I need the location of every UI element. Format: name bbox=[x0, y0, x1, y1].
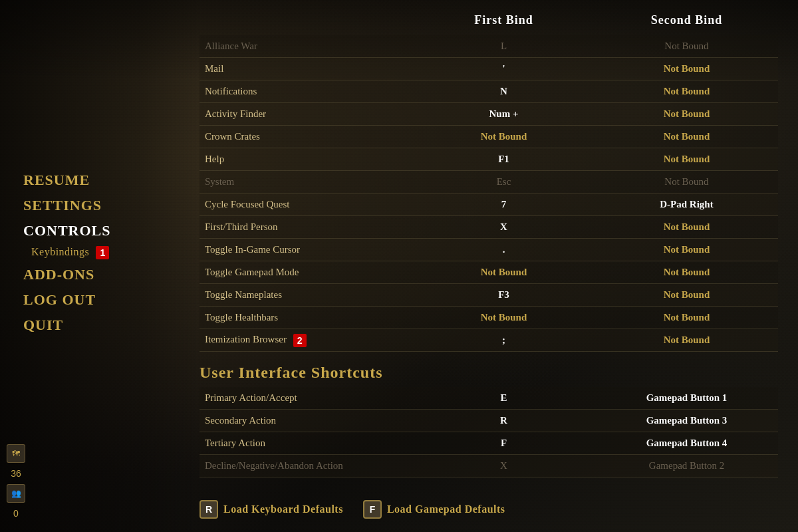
table-row[interactable]: Toggle Gamepad Mode Not Bound Not Bound bbox=[200, 261, 778, 284]
action-name: System bbox=[200, 172, 412, 192]
table-row[interactable]: Notifications N Not Bound bbox=[200, 80, 778, 103]
table-row[interactable]: Tertiary Action F Gamepad Button 4 bbox=[200, 432, 778, 455]
sidebar-item-settings[interactable]: SETTINGS bbox=[23, 197, 186, 214]
first-bind-value[interactable]: F1 bbox=[412, 150, 595, 169]
ui-shortcuts-table: Primary Action/Accept E Gamepad Button 1… bbox=[200, 387, 778, 477]
first-bind-value[interactable]: X bbox=[412, 456, 595, 475]
first-bind-value[interactable]: L bbox=[412, 37, 595, 56]
first-bind-value[interactable]: Not Bound bbox=[412, 308, 595, 327]
first-bind-value[interactable]: F bbox=[412, 434, 595, 453]
col-name-header bbox=[200, 13, 412, 27]
first-bind-value[interactable]: Num + bbox=[412, 104, 595, 124]
itemization-badge: 2 bbox=[293, 334, 307, 347]
table-row[interactable]: Decline/Negative/Abandon Action X Gamepa… bbox=[200, 455, 778, 477]
action-name: Tertiary Action bbox=[200, 434, 412, 453]
second-bind-value[interactable]: Not Bound bbox=[595, 217, 778, 237]
action-name: Alliance War bbox=[200, 37, 412, 56]
action-name: Itemization Browser 2 bbox=[200, 330, 412, 351]
table-row[interactable]: First/Third Person X Not Bound bbox=[200, 216, 778, 239]
sidebar: RESUME SETTINGS CONTROLS Keybindings 1 A… bbox=[0, 0, 186, 532]
load-gamepad-action[interactable]: F Load Gamepad Defaults bbox=[363, 500, 505, 519]
second-bind-value[interactable]: Not Bound bbox=[595, 331, 778, 350]
table-row[interactable]: Cycle Focused Quest 7 D-Pad Right bbox=[200, 194, 778, 216]
action-name: Toggle Healthbars bbox=[200, 308, 412, 327]
ui-shortcuts-header: User Interface Shortcuts bbox=[200, 364, 778, 382]
second-bind-value[interactable]: D-Pad Right bbox=[595, 195, 778, 214]
second-bind-value[interactable]: Not Bound bbox=[595, 59, 778, 78]
action-name: Crown Crates bbox=[200, 127, 412, 146]
load-gamepad-label: Load Gamepad Defaults bbox=[387, 503, 505, 515]
first-bind-value[interactable]: Not Bound bbox=[412, 127, 595, 146]
load-keyboard-label: Load Keyboard Defaults bbox=[223, 503, 343, 515]
table-row[interactable]: Activity Finder Num + Not Bound bbox=[200, 103, 778, 126]
sidebar-item-quit[interactable]: QUIT bbox=[23, 317, 186, 334]
second-bind-value[interactable]: Not Bound bbox=[595, 150, 778, 169]
action-name: First/Third Person bbox=[200, 217, 412, 237]
content-area: First Bind Second Bind Alliance War L No… bbox=[186, 0, 798, 532]
table-row[interactable]: Toggle In-Game Cursor . Not Bound bbox=[200, 239, 778, 261]
bottom-left-icons: 🗺 36 👥 0 bbox=[7, 444, 25, 519]
second-bind-value[interactable]: Not Bound bbox=[595, 127, 778, 146]
action-name: Secondary Action bbox=[200, 411, 412, 430]
first-bind-value[interactable]: F3 bbox=[412, 285, 595, 305]
first-bind-value[interactable]: 7 bbox=[412, 195, 595, 214]
action-name: Mail bbox=[200, 59, 412, 78]
table-row[interactable]: Toggle Healthbars Not Bound Not Bound bbox=[200, 307, 778, 329]
group-icon[interactable]: 👥 bbox=[7, 484, 25, 503]
table-header: First Bind Second Bind bbox=[200, 13, 778, 33]
second-bind-value[interactable]: Not Bound bbox=[595, 263, 778, 282]
second-bind-value[interactable]: Not Bound bbox=[595, 82, 778, 101]
action-name: Primary Action/Accept bbox=[200, 388, 412, 408]
sidebar-item-controls[interactable]: CONTROLS bbox=[23, 222, 186, 239]
sidebar-item-addons[interactable]: ADD-ONS bbox=[23, 266, 186, 283]
action-name: Activity Finder bbox=[200, 104, 412, 124]
sidebar-item-logout[interactable]: LOG OUT bbox=[23, 291, 186, 309]
second-bind-value[interactable]: Gamepad Button 4 bbox=[595, 434, 778, 453]
first-bind-value[interactable]: E bbox=[412, 388, 595, 408]
f-key-badge: F bbox=[363, 500, 382, 519]
action-name: Toggle In-Game Cursor bbox=[200, 240, 412, 259]
first-bind-value[interactable]: . bbox=[412, 240, 595, 259]
second-bind-value[interactable]: Gamepad Button 3 bbox=[595, 411, 778, 430]
bottom-bar: R Load Keyboard Defaults F Load Gamepad … bbox=[200, 492, 778, 519]
second-bind-value[interactable]: Not Bound bbox=[595, 172, 778, 192]
first-bind-value[interactable]: Not Bound bbox=[412, 263, 595, 282]
action-name: Decline/Negative/Abandon Action bbox=[200, 456, 412, 475]
sidebar-item-keybindings[interactable]: Keybindings 1 bbox=[31, 246, 186, 259]
map-icon[interactable]: 🗺 bbox=[7, 444, 25, 463]
first-bind-value[interactable]: ; bbox=[412, 331, 595, 350]
table-row[interactable]: Alliance War L Not Bound bbox=[200, 35, 778, 58]
action-name: Help bbox=[200, 150, 412, 169]
r-key-badge: R bbox=[200, 500, 218, 519]
first-bind-value[interactable]: N bbox=[412, 82, 595, 101]
second-bind-value[interactable]: Not Bound bbox=[595, 240, 778, 259]
keybinding-table: Alliance War L Not Bound Mail ' Not Boun… bbox=[200, 35, 778, 352]
second-bind-value[interactable]: Not Bound bbox=[595, 37, 778, 56]
first-bind-value[interactable]: ' bbox=[412, 59, 595, 78]
table-row[interactable]: Toggle Nameplates F3 Not Bound bbox=[200, 284, 778, 307]
load-keyboard-action[interactable]: R Load Keyboard Defaults bbox=[200, 500, 343, 519]
action-name: Toggle Nameplates bbox=[200, 285, 412, 305]
col-first-header: First Bind bbox=[412, 13, 595, 27]
first-bind-value[interactable]: R bbox=[412, 411, 595, 430]
sidebar-item-resume[interactable]: RESUME bbox=[23, 172, 186, 189]
action-name: Notifications bbox=[200, 82, 412, 101]
table-row[interactable]: System Esc Not Bound bbox=[200, 171, 778, 194]
second-bind-value[interactable]: Not Bound bbox=[595, 104, 778, 124]
action-name: Cycle Focused Quest bbox=[200, 195, 412, 214]
second-bind-value[interactable]: Not Bound bbox=[595, 308, 778, 327]
second-bind-value[interactable]: Gamepad Button 2 bbox=[595, 456, 778, 475]
table-row[interactable]: Primary Action/Accept E Gamepad Button 1 bbox=[200, 387, 778, 410]
count-36: 36 bbox=[11, 468, 21, 479]
first-bind-value[interactable]: X bbox=[412, 217, 595, 237]
table-row[interactable]: Secondary Action R Gamepad Button 3 bbox=[200, 410, 778, 432]
second-bind-value[interactable]: Not Bound bbox=[595, 285, 778, 305]
count-0: 0 bbox=[13, 508, 19, 519]
table-row[interactable]: Mail ' Not Bound bbox=[200, 58, 778, 80]
second-bind-value[interactable]: Gamepad Button 1 bbox=[595, 388, 778, 408]
table-row[interactable]: Help F1 Not Bound bbox=[200, 148, 778, 171]
table-row[interactable]: Itemization Browser 2 ; Not Bound bbox=[200, 329, 778, 352]
first-bind-value[interactable]: Esc bbox=[412, 172, 595, 192]
table-row[interactable]: Crown Crates Not Bound Not Bound bbox=[200, 126, 778, 148]
action-name: Toggle Gamepad Mode bbox=[200, 263, 412, 282]
